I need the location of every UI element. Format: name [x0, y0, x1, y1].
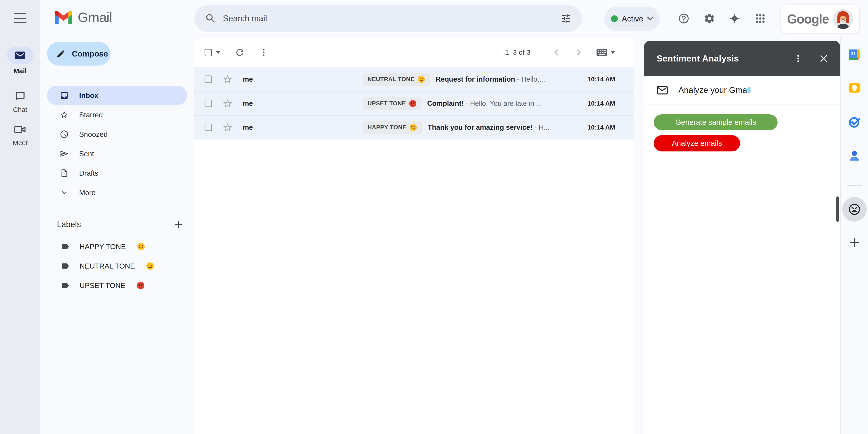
browser-profile-chip[interactable]: Google: [780, 4, 860, 33]
select-all-checkbox[interactable]: [205, 49, 212, 56]
sidebar-item-drafts[interactable]: Drafts: [47, 163, 187, 183]
pencil-icon: [56, 49, 66, 59]
email-snippet: Hello,...: [521, 75, 545, 83]
status-selector[interactable]: Active: [604, 6, 660, 31]
gmail-m-icon: [55, 11, 72, 24]
row-star-icon[interactable]: [222, 98, 233, 109]
search-icon[interactable]: [205, 13, 217, 24]
sidebar-item-label: More: [79, 188, 96, 197]
main-menu-button[interactable]: [14, 13, 26, 23]
email-snippet: Hello, You are late in ...: [470, 99, 542, 107]
apps-grid-icon[interactable]: [754, 13, 766, 24]
file-icon: [60, 168, 69, 178]
panel-header: Sentiment Analysis: [644, 41, 840, 76]
input-tools-keyboard-icon[interactable]: [596, 48, 615, 57]
sidebar-item-label: Snoozed: [79, 130, 107, 138]
compose-button[interactable]: Compose: [47, 42, 110, 66]
panel-more-options-icon[interactable]: [794, 54, 803, 63]
angry-emoji-icon: [136, 281, 145, 290]
tasks-icon[interactable]: [847, 115, 862, 129]
email-row[interactable]: me NEUTRAL TONE Request for information …: [194, 67, 634, 91]
search-filters-icon[interactable]: [561, 13, 571, 24]
email-subject-snippet: Thank you for amazing service! - H...: [428, 123, 582, 131]
calendar-icon[interactable]: 31: [847, 48, 862, 62]
analyze-emails-button[interactable]: Analyze emails: [654, 135, 740, 151]
tone-chip[interactable]: HAPPY TONE: [363, 121, 422, 134]
sidebar-item-sent[interactable]: Sent: [47, 144, 187, 163]
generate-sample-emails-button[interactable]: Generate sample emails: [654, 114, 778, 130]
compose-label: Compose: [72, 49, 108, 58]
email-row[interactable]: me HAPPY TONE Thank you for amazing serv…: [194, 115, 634, 140]
get-addons-plus-icon[interactable]: [848, 237, 860, 248]
clock-icon: [60, 130, 69, 139]
older-page-icon[interactable]: [574, 48, 584, 57]
panel-scrollbar[interactable]: [836, 196, 839, 222]
tone-chip[interactable]: UPSET TONE: [363, 97, 421, 110]
google-logo: Google: [787, 11, 829, 26]
email-subject: Complaint!: [427, 99, 464, 107]
more-options-icon[interactable]: [258, 48, 269, 57]
sentiment-addon-icon[interactable]: [842, 197, 867, 221]
rail-item-label: Chat: [0, 106, 40, 114]
labels-list: HAPPY TONE NEUTRAL TONE UPSET TONE: [47, 237, 187, 295]
rail-item-chat[interactable]: Chat: [0, 90, 40, 114]
sidebar-item-more[interactable]: More: [47, 183, 187, 202]
keep-icon[interactable]: [847, 81, 862, 95]
row-checkbox[interactable]: [205, 75, 212, 83]
svg-text:31: 31: [851, 51, 856, 56]
search-bar: [194, 5, 582, 32]
email-sender: me: [243, 123, 363, 131]
label-tag-icon: [61, 242, 70, 251]
sidebar-item-label: Drafts: [79, 169, 98, 178]
settings-gear-icon[interactable]: [704, 13, 715, 24]
search-input[interactable]: [223, 14, 554, 23]
gmail-logo[interactable]: Gmail: [55, 9, 112, 25]
panel-home-row: Analyze your Gmail: [644, 76, 840, 104]
label-tag-icon: [61, 261, 70, 271]
panel-close-icon[interactable]: [819, 54, 829, 63]
envelope-icon: [657, 86, 668, 95]
email-subject-snippet: Complaint! - Hello, You are late in ...: [427, 99, 582, 107]
help-button[interactable]: [678, 13, 690, 24]
label-item-upset-tone[interactable]: UPSET TONE: [47, 276, 187, 295]
sidebar-item-label: Inbox: [79, 91, 98, 100]
inbox-icon: [60, 91, 69, 100]
happy-emoji-icon: [137, 242, 145, 251]
label-name: HAPPY TONE: [80, 243, 126, 251]
status-label: Active: [622, 14, 643, 23]
newer-page-icon[interactable]: [551, 48, 561, 57]
label-name: UPSET TONE: [80, 281, 125, 290]
row-checkbox[interactable]: [205, 124, 212, 131]
row-star-icon[interactable]: [222, 122, 233, 133]
email-subject: Thank you for amazing service!: [428, 123, 532, 131]
tone-chip[interactable]: NEUTRAL TONE: [363, 73, 430, 86]
email-snippet: H...: [539, 123, 550, 131]
app-rail: Mail Chat Meet: [0, 0, 40, 434]
row-star-icon[interactable]: [222, 74, 233, 85]
rail-item-meet[interactable]: Meet: [0, 123, 40, 147]
rail-item-mail[interactable]: Mail: [0, 46, 40, 75]
email-list-card: 1–3 of 3 me NEUTRAL TONE Request for inf…: [194, 38, 634, 434]
sidebar-item-starred[interactable]: Starred: [47, 105, 187, 125]
sidebar-item-snoozed[interactable]: Snoozed: [47, 125, 187, 144]
create-label-button[interactable]: [174, 219, 184, 229]
email-time: 10:14 AM: [587, 76, 615, 83]
happy-emoji-icon: [409, 123, 417, 131]
avatar: [833, 9, 853, 29]
sidebar-item-inbox[interactable]: Inbox: [47, 86, 187, 105]
panel-title: Sentiment Analysis: [657, 54, 794, 64]
email-subject: Request for information: [436, 75, 515, 83]
refresh-icon[interactable]: [235, 47, 245, 58]
row-checkbox[interactable]: [205, 100, 212, 107]
chevron-down-icon: [647, 17, 653, 21]
labels-title: Labels: [57, 220, 81, 229]
chat-icon: [7, 90, 33, 103]
email-row[interactable]: me UPSET TONE Complaint! - Hello, You ar…: [194, 91, 634, 115]
sparkle-icon[interactable]: [729, 13, 741, 24]
label-item-neutral-tone[interactable]: NEUTRAL TONE: [47, 256, 187, 276]
select-dropdown-icon[interactable]: [216, 51, 221, 54]
contacts-icon[interactable]: [847, 149, 862, 163]
mail-icon: [15, 51, 26, 60]
email-time: 10:14 AM: [587, 100, 615, 107]
label-item-happy-tone[interactable]: HAPPY TONE: [47, 237, 187, 256]
